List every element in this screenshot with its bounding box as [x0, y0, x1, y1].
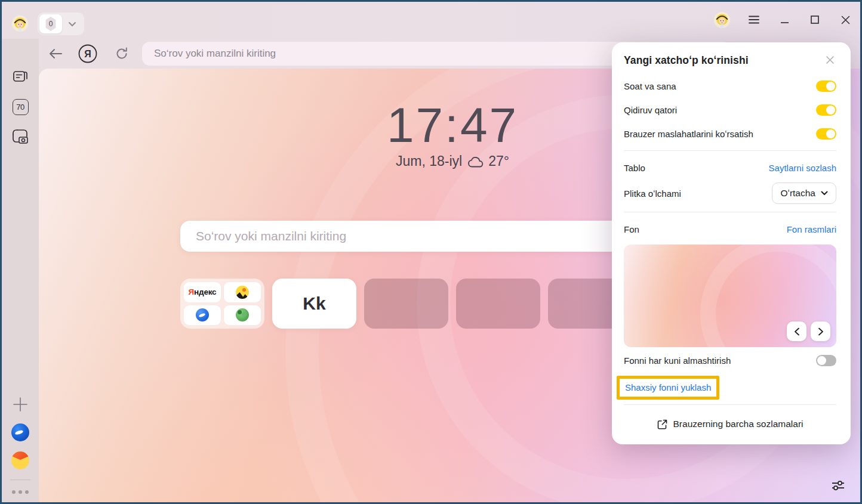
site-initials: Kk [303, 293, 325, 314]
temperature-text: 27° [488, 153, 509, 169]
panel-divider [624, 212, 836, 212]
background-preview [624, 245, 836, 347]
yandex-images-icon[interactable] [224, 282, 261, 302]
tile-yandex-group[interactable]: Яндекс [180, 279, 264, 329]
toggle-label-search: Qidiruv qatori [624, 105, 677, 115]
yandex-logo-icon[interactable]: Я [78, 44, 97, 63]
maximize-button[interactable] [808, 13, 821, 26]
tile-site-kk[interactable]: Kk [272, 279, 356, 329]
back-icon[interactable] [46, 44, 65, 63]
appearance-settings-panel: Yangi xatchoʻp koʻrinishi Soat va sana Q… [612, 42, 851, 444]
tile-size-value: Oʻrtacha [780, 188, 815, 199]
svg-text:Я: Я [84, 49, 91, 59]
panel-title: Yangi xatchoʻp koʻrinishi [624, 54, 749, 67]
background-label: Fon [624, 224, 639, 234]
titlebar: 0 [2, 2, 860, 39]
active-tab[interactable]: 0 [39, 14, 62, 33]
tab-group[interactable]: 0 [38, 13, 84, 35]
date-text: Jum, 18-iyl [396, 153, 462, 169]
close-icon[interactable] [823, 53, 836, 66]
add-panel-icon[interactable] [11, 395, 29, 413]
browser-window: 0 [0, 0, 862, 504]
refresh-icon[interactable] [112, 44, 131, 63]
tile-size-label: Plitka oʻlchami [624, 188, 681, 199]
yandex-disk-icon[interactable] [184, 305, 221, 326]
configure-sites-link[interactable]: Saytlarni sozlash [769, 163, 836, 173]
yandex-mail-icon[interactable] [11, 452, 29, 469]
panel-divider [624, 150, 836, 151]
tablo-label: Tablo [624, 163, 645, 173]
speed-value: 70 [16, 103, 24, 112]
sidebar: 70 [2, 39, 39, 502]
yandex-green-app-icon[interactable] [224, 305, 261, 326]
upload-highlight-box: Shaxsiy fonni yuklash [617, 376, 719, 400]
external-link-icon [657, 419, 667, 429]
yandex-text-logo[interactable]: Яндекс [184, 282, 221, 302]
clock-widget: 17:47 [387, 98, 518, 152]
more-dots-icon[interactable] [12, 490, 29, 494]
toggle-browser-tips[interactable] [816, 128, 836, 140]
screenshot-icon[interactable] [11, 128, 29, 146]
tile-size-select[interactable]: Oʻrtacha [772, 183, 836, 204]
background-gallery-link[interactable]: Fon rasmlari [787, 224, 836, 234]
yandex-start-icon[interactable] [11, 423, 29, 441]
all-settings-label: Brauzerning barcha sozlamalari [673, 419, 803, 429]
tab-counter-badge: 0 [44, 17, 57, 31]
speed-badge[interactable]: 70 [13, 99, 29, 115]
profile-avatar[interactable] [12, 16, 28, 32]
minimize-button[interactable] [778, 13, 791, 26]
tile-placeholder[interactable] [456, 279, 540, 329]
toggle-label-suggestions: Brauzer maslahatlarini koʻrsatish [624, 129, 753, 139]
toggle-search-row[interactable] [816, 104, 836, 116]
profile-avatar-right[interactable] [714, 12, 730, 28]
tile-placeholder[interactable] [364, 279, 448, 329]
close-button[interactable] [839, 13, 852, 26]
tab-count: 0 [49, 20, 53, 28]
prev-background-button[interactable] [787, 321, 806, 341]
menu-icon[interactable] [747, 13, 761, 26]
all-settings-button[interactable]: Brauzerning barcha sozlamalari [624, 410, 836, 438]
daily-background-label: Fonni har kuni almashtirish [624, 355, 731, 366]
notes-icon[interactable] [11, 69, 29, 86]
cloud-icon [467, 155, 484, 168]
toggle-clock-date[interactable] [816, 81, 836, 92]
date-weather-widget[interactable]: Jum, 18-iyl 27° [396, 153, 509, 169]
sliders-settings-icon[interactable] [829, 477, 847, 494]
upload-background-link[interactable]: Shaxsiy fonni yuklash [625, 382, 711, 392]
toggle-label-clock: Soat va sana [624, 81, 676, 91]
toggle-daily-background[interactable] [816, 355, 836, 366]
next-background-button[interactable] [811, 321, 830, 341]
chevron-down-icon[interactable] [64, 21, 82, 27]
sidebar-divider [10, 480, 30, 480]
panel-divider [624, 404, 836, 405]
chevron-down-icon [821, 191, 828, 196]
